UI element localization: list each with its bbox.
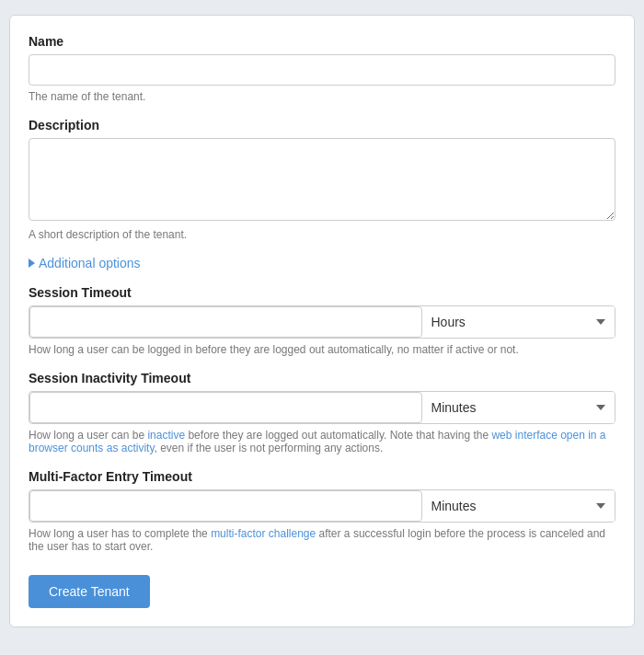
session-inactivity-group: Session Inactivity Timeout 15 Minutes Ho… [29, 371, 615, 454]
session-inactivity-hint: How long a user can be inactive before t… [29, 429, 615, 454]
session-inactivity-label: Session Inactivity Timeout [29, 371, 615, 385]
mfa-timeout-value-input[interactable]: 5 [29, 490, 422, 522]
name-field-group: Name The name of the tenant. [29, 34, 615, 103]
mfa-timeout-group: Multi-Factor Entry Timeout 5 Minutes Hou… [29, 469, 615, 553]
session-timeout-unit-wrapper: Minutes Hours Days [422, 306, 615, 338]
mfa-timeout-row: 5 Minutes Hours Days [29, 489, 615, 523]
mfa-timeout-hint: How long a user has to complete the mult… [29, 527, 615, 553]
session-timeout-hint: How long a user can be logged in before … [29, 343, 615, 356]
name-label: Name [29, 34, 615, 49]
mfa-timeout-unit-wrapper: Minutes Hours Days [422, 490, 615, 522]
description-label: Description [29, 118, 615, 132]
session-inactivity-unit-wrapper: Minutes Hours Days [422, 392, 615, 423]
session-timeout-value-input[interactable]: 12 [29, 306, 422, 338]
mfa-timeout-unit-select[interactable]: Minutes Hours Days [422, 490, 615, 522]
session-timeout-group: Session Timeout 12 Minutes Hours Days Ho… [29, 285, 615, 356]
name-hint: The name of the tenant. [29, 90, 615, 103]
create-tenant-button[interactable]: Create Tenant [29, 575, 150, 608]
session-inactivity-row: 15 Minutes Hours Days [29, 391, 615, 424]
description-hint: A short description of the tenant. [29, 228, 615, 241]
description-field-group: Description A short description of the t… [29, 118, 615, 241]
chevron-right-icon [29, 259, 35, 268]
session-timeout-row: 12 Minutes Hours Days [29, 305, 615, 339]
mfa-timeout-label: Multi-Factor Entry Timeout [29, 469, 615, 484]
additional-options-label: Additional options [39, 256, 141, 270]
name-input[interactable] [29, 54, 615, 86]
session-inactivity-value-input[interactable]: 15 [29, 392, 422, 423]
session-timeout-unit-select[interactable]: Minutes Hours Days [422, 306, 615, 338]
description-input[interactable] [29, 138, 615, 221]
session-inactivity-unit-select[interactable]: Minutes Hours Days [422, 392, 615, 423]
create-tenant-form: Name The name of the tenant. Description… [9, 15, 635, 627]
additional-options-toggle[interactable]: Additional options [29, 256, 615, 270]
session-timeout-label: Session Timeout [29, 285, 615, 300]
